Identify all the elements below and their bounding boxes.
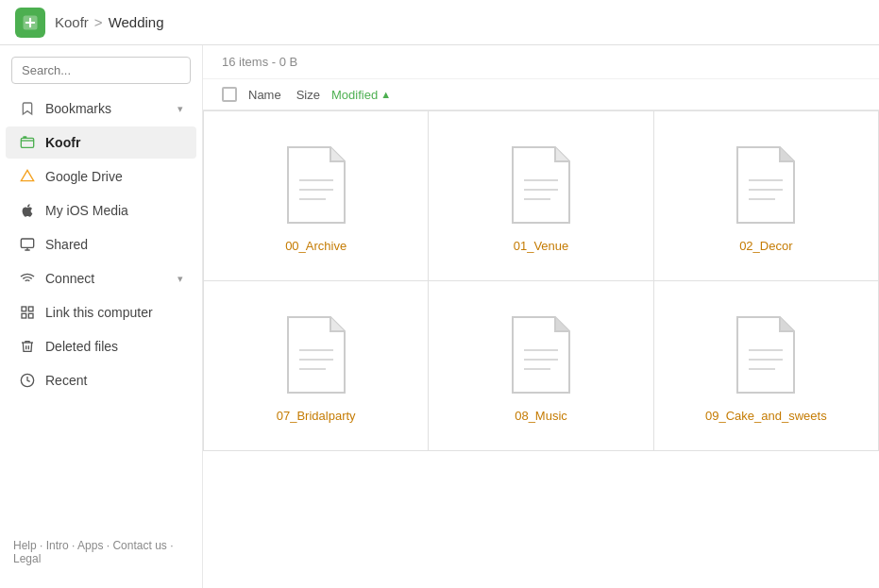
breadcrumb-current: Wedding	[109, 14, 164, 30]
sidebar-item-link-computer[interactable]: Link this computer	[6, 296, 196, 328]
main-content: 16 items - 0 B Name Size Modified ▲	[203, 45, 879, 588]
sidebar-item-recent[interactable]: Recent	[6, 364, 196, 396]
search-input[interactable]	[11, 57, 191, 84]
sidebar-item-label: Deleted files	[45, 339, 183, 354]
sidebar-item-koofr[interactable]: Koofr	[6, 126, 196, 159]
sidebar: Bookmarks ▾ Koofr Google Drive My iOS Me…	[0, 45, 203, 588]
svg-rect-2	[23, 136, 26, 139]
svg-marker-3	[21, 170, 33, 180]
sidebar-item-label: Shared	[45, 237, 183, 252]
file-name: 08_Music	[515, 409, 567, 423]
sidebar-item-shared[interactable]: Shared	[6, 228, 196, 260]
file-icon	[728, 143, 803, 227]
file-item-01-venue[interactable]: 01_Venue	[429, 111, 653, 281]
sidebar-item-deleted-files[interactable]: Deleted files	[6, 330, 196, 362]
intro-link[interactable]: Intro	[46, 539, 69, 552]
sidebar-footer: Help · Intro · Apps · Contact us · Legal	[0, 528, 202, 577]
file-icon	[503, 143, 579, 227]
file-name: 09_Cake_and_sweets	[705, 409, 827, 423]
sidebar-item-label: Google Drive	[45, 169, 183, 184]
apple-icon	[19, 202, 36, 219]
trash-icon	[19, 338, 36, 355]
select-all-checkbox[interactable]	[222, 87, 237, 102]
svg-rect-6	[28, 307, 33, 311]
svg-rect-4	[21, 239, 33, 247]
koofr-icon	[19, 134, 36, 151]
svg-rect-8	[28, 313, 33, 318]
sidebar-item-label: Bookmarks	[45, 101, 168, 116]
sidebar-item-connect[interactable]: Connect ▾	[6, 262, 196, 294]
file-item-02-decor[interactable]: 02_Decor	[654, 111, 879, 281]
sort-arrow-icon: ▲	[380, 89, 391, 100]
sidebar-item-label: Koofr	[45, 135, 183, 150]
apps-link[interactable]: Apps	[77, 539, 103, 552]
file-icon	[279, 312, 354, 397]
file-name: 02_Decor	[739, 239, 792, 253]
chevron-down-icon: ▾	[177, 273, 183, 285]
chevron-down-icon: ▾	[177, 103, 183, 115]
grid-icon	[19, 304, 36, 321]
file-name: 07_Bridalparty	[277, 409, 356, 423]
sidebar-item-bookmarks[interactable]: Bookmarks ▾	[6, 92, 196, 125]
item-count: 16 items - 0 B	[203, 45, 879, 79]
sidebar-item-label: Recent	[45, 373, 183, 388]
search-box	[11, 57, 191, 84]
file-grid: 00_Archive 01_Venue	[203, 110, 879, 451]
clock-icon	[19, 372, 36, 389]
share-icon	[19, 236, 36, 253]
sidebar-item-google-drive[interactable]: Google Drive	[6, 160, 196, 193]
svg-rect-1	[21, 138, 33, 147]
breadcrumb-root[interactable]: Koofr	[55, 14, 89, 30]
contact-link[interactable]: Contact us	[112, 539, 166, 552]
layout: Bookmarks ▾ Koofr Google Drive My iOS Me…	[0, 45, 879, 588]
file-icon	[728, 312, 803, 397]
file-icon	[279, 143, 354, 227]
file-item-09-cake[interactable]: 09_Cake_and_sweets	[654, 281, 879, 451]
bookmark-icon	[19, 100, 36, 117]
wifi-icon	[19, 270, 36, 287]
file-item-00-archive[interactable]: 00_Archive	[204, 111, 429, 281]
sidebar-item-label: Link this computer	[45, 305, 183, 320]
file-icon	[503, 312, 579, 397]
file-name: 00_Archive	[285, 239, 347, 253]
top-bar: Koofr > Wedding	[0, 0, 879, 45]
breadcrumb: Koofr > Wedding	[55, 14, 164, 30]
drive-icon	[19, 168, 36, 185]
help-link[interactable]: Help	[13, 539, 37, 552]
column-name[interactable]: Name	[248, 88, 281, 102]
column-headers: Name Size Modified ▲	[203, 79, 879, 110]
sidebar-item-label: My iOS Media	[45, 203, 183, 218]
app-icon	[15, 8, 45, 38]
svg-rect-5	[22, 307, 26, 311]
sidebar-item-ios-media[interactable]: My iOS Media	[6, 194, 196, 227]
file-name: 01_Venue	[514, 239, 569, 253]
legal-link[interactable]: Legal	[13, 552, 41, 565]
file-item-07-bridalparty[interactable]: 07_Bridalparty	[204, 281, 429, 451]
sidebar-item-label: Connect	[45, 271, 168, 286]
file-item-08-music[interactable]: 08_Music	[429, 281, 653, 451]
column-modified[interactable]: Modified ▲	[331, 88, 391, 102]
breadcrumb-separator: >	[94, 14, 103, 30]
svg-rect-7	[22, 313, 26, 318]
column-size[interactable]: Size	[296, 88, 320, 102]
